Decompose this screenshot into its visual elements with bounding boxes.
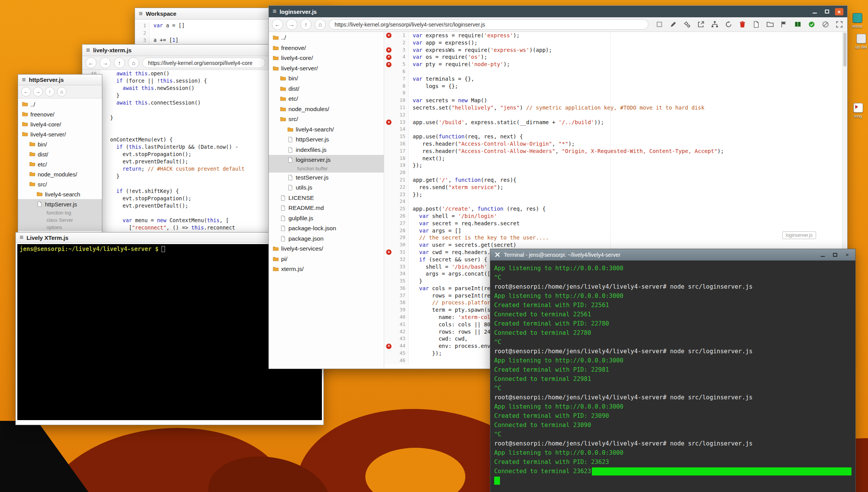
tree-item[interactable]: package-lock.json <box>269 223 384 234</box>
page-button[interactable] <box>751 20 761 29</box>
tree-item-label: etc/ <box>38 161 47 168</box>
tree-item[interactable]: node_modules/ <box>269 104 384 115</box>
tree-item[interactable]: pi/ <box>269 254 384 264</box>
folder-icon <box>280 86 286 92</box>
tree-item[interactable]: loginserver.js <box>269 155 384 165</box>
code-line: 22 res.send("xterm service"); <box>384 184 847 191</box>
tree-item[interactable]: httpServer.js <box>269 135 384 145</box>
menu-icon[interactable]: ≡ <box>86 47 90 54</box>
home-button[interactable]: ⌂ <box>57 87 67 96</box>
gears-button[interactable] <box>682 20 692 29</box>
maximize-button[interactable] <box>823 8 831 15</box>
forward-button[interactable]: → <box>286 19 297 30</box>
tree-item[interactable]: src/ <box>269 114 384 125</box>
tree-subitem[interactable]: function buffer <box>269 165 384 173</box>
refresh-button[interactable] <box>724 20 733 29</box>
url-input[interactable]: https://lively-kernel.org/sensorpi/livel… <box>142 58 265 68</box>
checkbox-button[interactable] <box>655 20 664 29</box>
folder-icon <box>280 116 286 122</box>
lively-xterm-titlebar[interactable]: ≡ lively-xterm.js <box>82 45 268 56</box>
code-line: 2var app = express(); <box>384 39 847 47</box>
expand-button[interactable] <box>835 20 844 29</box>
menu-icon[interactable]: ≡ <box>139 10 143 18</box>
cancel-button[interactable] <box>821 20 830 29</box>
folder-button[interactable] <box>765 20 775 29</box>
desktop-icon[interactable]: long <box>849 103 867 118</box>
commit-button[interactable] <box>807 20 816 29</box>
tree-item[interactable]: package.json <box>269 234 384 244</box>
tree-item[interactable]: dist/ <box>269 84 384 94</box>
external-button[interactable] <box>696 20 706 29</box>
trash-icon <box>739 21 746 28</box>
loginserver-titlebar[interactable]: ≡ loginserver.js × <box>269 6 847 17</box>
forward-button[interactable]: → <box>33 87 43 96</box>
terminal-titlebar[interactable]: Terminal - jens@sensorpi: ~/lively4/live… <box>490 249 855 261</box>
book-button[interactable] <box>793 20 803 29</box>
tree-subitem[interactable]: class Server <box>18 216 102 224</box>
tree-item[interactable]: LICENSE <box>269 193 384 203</box>
tree-item[interactable]: lively4-core/ <box>269 53 384 63</box>
trash-button[interactable] <box>738 20 747 29</box>
back-button[interactable]: ← <box>85 57 97 68</box>
httpserver-titlebar[interactable]: ≡ httpServer.js <box>18 75 102 85</box>
menu-icon[interactable]: ≡ <box>22 76 26 84</box>
menu-icon[interactable]: ≡ <box>273 8 277 15</box>
close-button[interactable]: × <box>843 251 851 259</box>
forward-button[interactable]: → <box>100 57 111 68</box>
tree-item[interactable]: xterm.js/ <box>269 264 384 274</box>
maximize-button[interactable] <box>831 251 839 259</box>
terminal-output[interactable]: App listening to http://0.0.0.0:3000^Cro… <box>490 261 855 492</box>
tree-item[interactable]: httpServer.js <box>18 199 102 209</box>
minimize-button[interactable] <box>810 8 819 15</box>
code-line: ×3var expressWs = require('express-ws')(… <box>384 47 847 54</box>
code-line: 26 var shell = '/bin/login' <box>384 213 847 220</box>
tree-item[interactable]: lively4-search/ <box>269 125 384 135</box>
brush-button[interactable] <box>668 20 678 29</box>
tree-item[interactable]: lively4-core/ <box>18 119 102 129</box>
tree-item[interactable]: lively4-server/ <box>269 63 384 74</box>
desktop-icon[interactable]: up dat <box>852 34 868 49</box>
sitemap-button[interactable] <box>710 20 720 29</box>
tree-item[interactable]: etc/ <box>269 94 384 104</box>
home-button[interactable]: ⌂ <box>128 57 139 68</box>
tree-item[interactable]: ../ <box>18 99 102 109</box>
code-line: 18 next(); <box>384 155 847 162</box>
home-button[interactable]: ⌂ <box>315 19 326 30</box>
up-button[interactable]: ↑ <box>114 57 125 68</box>
tree-item[interactable]: etc/ <box>18 159 102 169</box>
menu-icon[interactable]: ≡ <box>20 234 23 241</box>
tree-item-label: src/ <box>38 181 47 188</box>
tree-item[interactable]: src/ <box>18 179 102 189</box>
folder-icon <box>29 171 35 177</box>
folder-icon <box>273 256 279 262</box>
close-button[interactable]: × <box>835 8 843 15</box>
tree-item[interactable]: testServer.js <box>269 173 384 183</box>
back-button[interactable]: ← <box>272 19 283 30</box>
tree-item[interactable]: README.md <box>269 203 384 213</box>
url-input[interactable]: https://lively-kernel.org/sensorpi/livel… <box>329 19 648 30</box>
file-icon <box>287 157 293 163</box>
tree-item[interactable]: freenove/ <box>18 109 102 119</box>
tree-item[interactable]: lively4-search <box>18 189 102 199</box>
tree-subitem[interactable]: options <box>18 224 102 231</box>
tree-item[interactable]: freenove/ <box>269 43 384 53</box>
back-button[interactable]: ← <box>21 87 31 96</box>
tree-item[interactable]: utils.js <box>269 183 384 193</box>
tree-item[interactable]: bin/ <box>269 73 384 84</box>
desktop-icon[interactable]: wasa <box>848 13 866 28</box>
minimize-button[interactable] <box>818 251 827 259</box>
tree-item[interactable]: node_modules/ <box>18 169 102 179</box>
flag-button[interactable] <box>779 20 789 29</box>
tree-subitem[interactable]: function log <box>18 209 102 216</box>
tree-item[interactable]: ../ <box>269 33 384 43</box>
tree-item[interactable]: dist/ <box>18 149 102 159</box>
up-button[interactable]: ↑ <box>45 87 55 96</box>
up-button[interactable]: ↑ <box>300 19 312 30</box>
tree-item[interactable]: gulpfile.js <box>269 213 384 224</box>
lively-xterm-editor[interactable]: 40 await this.open()41 if (force || !thi… <box>82 70 268 235</box>
tree-item[interactable]: lively4-services/ <box>269 244 384 254</box>
code-line: ×5var pty = require('node-pty'); <box>384 61 847 68</box>
tree-item[interactable]: indexfiles.js <box>269 145 384 155</box>
tree-item[interactable]: lively4-server/ <box>18 129 102 139</box>
tree-item[interactable]: bin/ <box>18 139 102 149</box>
